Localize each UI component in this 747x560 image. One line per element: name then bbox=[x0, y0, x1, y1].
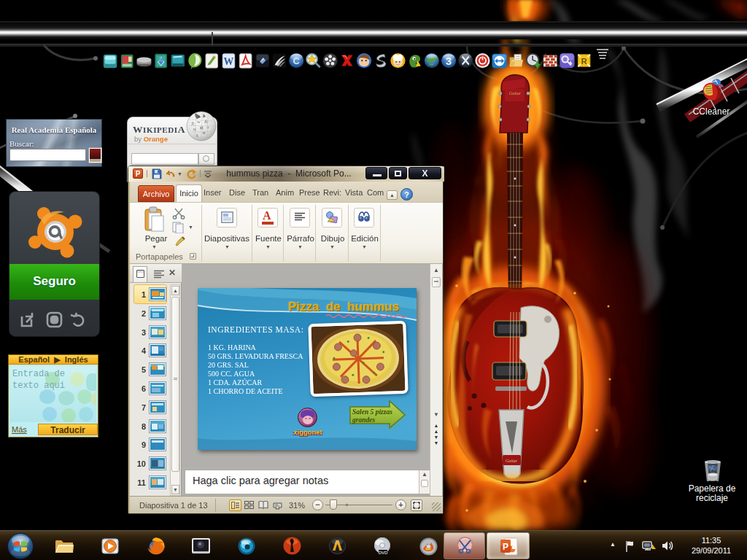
svg-text:W: W bbox=[224, 56, 234, 67]
svg-text:C: C bbox=[293, 55, 300, 66]
svg-text:Guitar: Guitar bbox=[509, 91, 522, 96]
svg-text:!: ! bbox=[653, 545, 654, 549]
svg-text:DVD: DVD bbox=[379, 551, 388, 555]
svg-text:維: 維 bbox=[199, 125, 204, 130]
svg-text:3: 3 bbox=[446, 55, 452, 67]
svg-text:P: P bbox=[503, 542, 508, 552]
svg-text:Ω: Ω bbox=[193, 128, 196, 131]
svg-text:W: W bbox=[197, 120, 201, 124]
svg-text:文: 文 bbox=[191, 121, 195, 125]
svg-text:R: R bbox=[581, 57, 587, 66]
svg-text:Guitar: Guitar bbox=[506, 459, 518, 463]
svg-text:И: И bbox=[203, 131, 206, 135]
